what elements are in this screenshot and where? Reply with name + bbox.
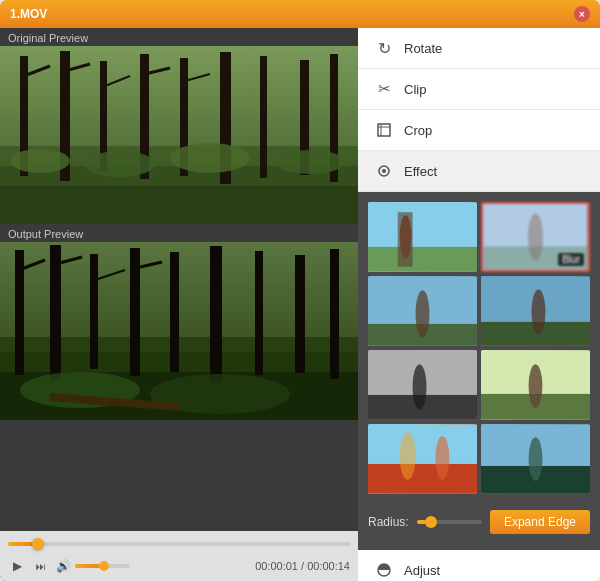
- svg-point-17: [10, 149, 70, 173]
- volume-thumb[interactable]: [99, 561, 109, 571]
- radius-row: Radius: Expand Edge: [368, 504, 590, 540]
- crop-icon: [374, 120, 394, 140]
- effect-icon: [374, 161, 394, 181]
- progress-thumb[interactable]: [32, 538, 44, 550]
- volume-section: 🔊: [56, 559, 130, 573]
- svg-rect-47: [368, 247, 477, 272]
- window-title: 1.MOV: [10, 7, 47, 21]
- effect-section: Blur: [358, 192, 600, 550]
- svg-point-72: [529, 437, 543, 481]
- volume-icon: 🔊: [56, 559, 71, 573]
- tool-adjust[interactable]: Adjust: [358, 550, 600, 581]
- preview-section: Original Preview: [0, 28, 358, 531]
- crop-label: Crop: [404, 123, 432, 138]
- time-separator: /: [298, 560, 307, 572]
- play-button[interactable]: ▶: [8, 557, 26, 575]
- svg-point-56: [416, 290, 430, 338]
- effect-thumb-nature[interactable]: [481, 350, 590, 420]
- effect-thumb-blur[interactable]: Blur: [481, 202, 590, 272]
- effect-thumb-warm[interactable]: [481, 276, 590, 346]
- effect-thumb-sunset[interactable]: [368, 424, 477, 494]
- svg-point-20: [275, 150, 345, 174]
- tool-effect[interactable]: Effect: [358, 151, 600, 192]
- svg-point-49: [400, 215, 412, 259]
- clip-icon: ✂: [374, 79, 394, 99]
- svg-point-18: [85, 151, 155, 177]
- effect-thumb-bw[interactable]: [368, 350, 477, 420]
- controls-bar: ▶ ⏭ 🔊 00:00:01 / 00:00:14: [0, 531, 358, 581]
- radius-track[interactable]: [417, 520, 482, 524]
- radius-thumb[interactable]: [425, 516, 437, 528]
- time-display: 00:00:01 / 00:00:14: [255, 560, 350, 572]
- svg-rect-67: [368, 464, 477, 494]
- svg-point-69: [435, 436, 449, 480]
- close-button[interactable]: ×: [574, 6, 590, 22]
- effect-thumb-normal[interactable]: [368, 202, 477, 272]
- expand-edge-button[interactable]: Expand Edge: [490, 510, 590, 534]
- rotate-icon: ↻: [374, 38, 394, 58]
- skip-button[interactable]: ⏭: [32, 557, 50, 575]
- tool-crop[interactable]: Crop: [358, 110, 600, 151]
- svg-point-59: [532, 289, 546, 335]
- progress-track[interactable]: [8, 542, 350, 546]
- tool-rotate[interactable]: ↻ Rotate: [358, 28, 600, 69]
- tool-clip[interactable]: ✂ Clip: [358, 69, 600, 110]
- svg-point-62: [413, 364, 427, 410]
- main-window: 1.MOV × Original Preview: [0, 0, 600, 581]
- svg-rect-9: [260, 56, 267, 178]
- effect-grid: Blur: [368, 202, 590, 494]
- right-panel: ↻ Rotate ✂ Clip Crop: [358, 28, 600, 581]
- adjust-label: Adjust: [404, 563, 440, 578]
- output-preview: [0, 242, 358, 420]
- blur-tooltip: Blur: [558, 253, 584, 266]
- progress-bar-container[interactable]: [8, 537, 350, 551]
- rotate-label: Rotate: [404, 41, 442, 56]
- clip-label: Clip: [404, 82, 426, 97]
- svg-point-65: [529, 364, 543, 408]
- left-panel: Original Preview: [0, 28, 358, 581]
- volume-track[interactable]: [75, 564, 130, 568]
- effect-label: Effect: [404, 164, 437, 179]
- output-preview-label: Output Preview: [0, 224, 358, 242]
- svg-point-19: [170, 143, 250, 173]
- svg-point-68: [400, 432, 416, 480]
- total-time: 00:00:14: [307, 560, 350, 572]
- original-preview-label: Original Preview: [0, 28, 358, 46]
- playback-row: ▶ ⏭ 🔊 00:00:01 / 00:00:14: [8, 557, 350, 575]
- current-time: 00:00:01: [255, 560, 298, 572]
- effect-thumb-cool[interactable]: [368, 276, 477, 346]
- svg-point-45: [382, 169, 386, 173]
- effect-thumb-forest[interactable]: [481, 424, 590, 494]
- title-bar: 1.MOV ×: [0, 0, 600, 28]
- svg-rect-41: [378, 124, 390, 136]
- radius-label: Radius:: [368, 515, 409, 529]
- adjust-icon: [374, 560, 394, 580]
- main-content: Original Preview: [0, 28, 600, 581]
- original-preview: [0, 46, 358, 224]
